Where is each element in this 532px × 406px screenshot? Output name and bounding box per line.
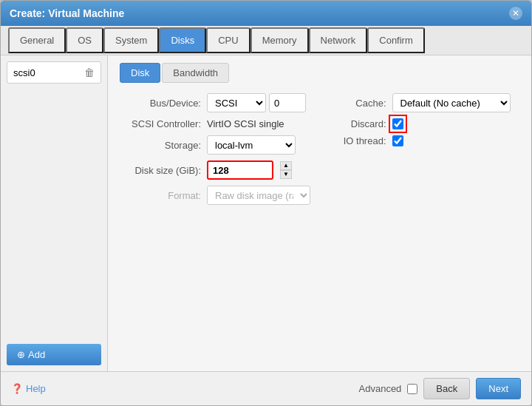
disk-list-item[interactable]: scsi0 🗑: [7, 61, 101, 84]
footer-right: Advanced Back Next: [359, 378, 521, 399]
disk-size-row: Disk size (GiB): ▲ ▼: [120, 160, 313, 180]
advanced-label: Advanced: [359, 383, 402, 394]
storage-select[interactable]: local-lvm: [207, 135, 296, 155]
scsi-controller-value: VirtIO SCSI single: [207, 118, 284, 129]
io-thread-checkbox[interactable]: [392, 135, 403, 146]
dialog-header: Create: Virtual Machine ✕: [1, 1, 531, 26]
create-vm-dialog: Create: Virtual Machine ✕ GeneralOSSyste…: [0, 0, 532, 406]
sidebar: scsi0 🗑 ⊕ Add: [1, 55, 108, 371]
tab-disks[interactable]: Disks: [159, 27, 206, 53]
back-button[interactable]: Back: [423, 378, 470, 399]
scsi-controller-label: SCSI Controller:: [120, 118, 201, 129]
dialog-body: scsi0 🗑 ⊕ Add Disk Bandwidth: [1, 55, 531, 371]
disk-size-up[interactable]: ▲: [280, 161, 292, 170]
format-select[interactable]: Raw disk image (raw: [207, 186, 310, 205]
discard-label: Discard:: [327, 118, 386, 129]
close-button[interactable]: ✕: [509, 7, 522, 20]
delete-disk-button[interactable]: 🗑: [84, 67, 95, 78]
add-label: Add: [28, 349, 45, 360]
storage-row: Storage: local-lvm: [120, 135, 313, 155]
tab-os[interactable]: OS: [66, 27, 103, 53]
cache-select[interactable]: Default (No cache): [392, 93, 511, 112]
close-icon: ✕: [512, 8, 519, 18]
device-number-input[interactable]: [269, 93, 306, 112]
scsi-controller-row: SCSI Controller: VirtIO SCSI single: [120, 118, 313, 129]
advanced-checkbox[interactable]: [407, 384, 417, 394]
io-thread-label: IO thread:: [327, 135, 386, 146]
add-disk-button[interactable]: ⊕ Add: [7, 344, 101, 365]
dialog-footer: ❓ Help Advanced Back Next: [1, 371, 531, 405]
storage-label: Storage:: [120, 140, 201, 151]
format-label: Format:: [120, 190, 201, 201]
help-button[interactable]: ❓ Help: [11, 383, 46, 394]
tabs-bar: GeneralOSSystemDisksCPUMemoryNetworkConf…: [1, 26, 531, 55]
cache-row: Cache: Default (No cache): [327, 93, 520, 112]
disk-size-label: Disk size (GiB):: [120, 165, 201, 176]
tab-system[interactable]: System: [103, 27, 159, 53]
tab-bandwidth[interactable]: Bandwidth: [162, 63, 229, 83]
tab-cpu[interactable]: CPU: [206, 27, 250, 53]
sub-tabs: Disk Bandwidth: [120, 63, 519, 83]
discard-checkbox[interactable]: [392, 118, 403, 129]
trash-icon: 🗑: [84, 67, 95, 78]
disk-size-down[interactable]: ▼: [280, 170, 292, 179]
next-button[interactable]: Next: [476, 378, 521, 399]
bus-select[interactable]: SCSI: [207, 93, 266, 112]
tab-disk[interactable]: Disk: [120, 63, 160, 83]
help-icon: ❓: [11, 383, 23, 394]
tab-general[interactable]: General: [8, 27, 66, 53]
help-label: Help: [26, 383, 46, 394]
bus-device-row: Bus/Device: SCSI: [120, 93, 313, 112]
tab-memory[interactable]: Memory: [250, 27, 309, 53]
disk-item-label: scsi0: [13, 67, 35, 78]
dialog-title: Create: Virtual Machine: [10, 7, 124, 19]
main-content: Disk Bandwidth Bus/Device: SCSI: [108, 55, 531, 371]
discard-row: Discard:: [327, 118, 520, 129]
plus-icon: ⊕: [17, 349, 25, 360]
cache-label: Cache:: [327, 98, 386, 109]
tab-network[interactable]: Network: [309, 27, 368, 53]
bus-device-label: Bus/Device:: [120, 98, 201, 109]
io-thread-row: IO thread:: [327, 135, 520, 146]
tab-confirm[interactable]: Confirm: [367, 27, 425, 53]
format-row: Format: Raw disk image (raw: [120, 186, 313, 205]
disk-size-input[interactable]: [207, 160, 273, 180]
